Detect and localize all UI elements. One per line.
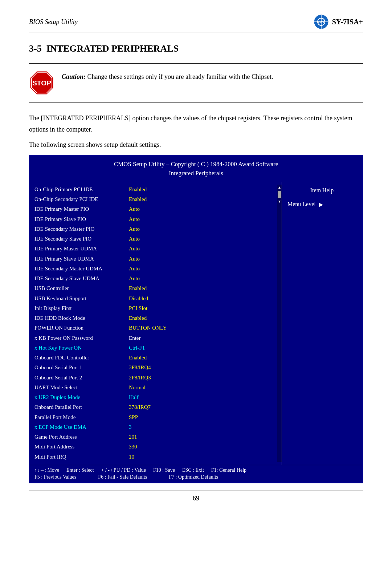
cmos-table-row[interactable]: POWER ON FunctionBUTTON ONLY — [30, 323, 277, 333]
caution-box: STOP Caution: Change these settings only… — [29, 63, 363, 102]
cmos-table-row[interactable]: IDE Secondary Master PIOAuto — [30, 224, 277, 234]
cmos-rows-wrapper: On-Chip Primary PCI IDEEnabledOn-Chip Se… — [30, 185, 282, 462]
cmos-table-row[interactable]: Game Port Address201 — [30, 432, 277, 442]
cmos-row-label: On-Chip Secondary PCI IDE — [34, 195, 129, 204]
cmos-table-row[interactable]: UART Mode SelectNormal — [30, 383, 277, 392]
cmos-header: CMOS Setup Utility – Copyright ( C ) 198… — [30, 156, 362, 182]
cmos-row-label: IDE Primary Master UDMA — [34, 245, 129, 253]
footer-item: F5 : Previous Values — [34, 474, 76, 480]
soyo-logo-icon: SOYO — [314, 15, 328, 29]
section-title: 3-5 INTEGRATED PERIPHERALS — [29, 43, 363, 54]
page-header: BIOS Setup Utility SOYO SY-7ISA+ — [29, 15, 363, 32]
cmos-table-row[interactable]: IDE Secondary Master UDMAAuto — [30, 264, 277, 274]
cmos-table-row[interactable]: Midi Port IRQ10 — [30, 452, 277, 462]
cmos-table-row[interactable]: IDE Primary Slave UDMAAuto — [30, 254, 277, 264]
cmos-table-row[interactable]: IDE Primary Master PIOAuto — [30, 204, 277, 214]
cmos-row-label: Midi Port IRQ — [34, 453, 129, 461]
cmos-footer: ↑↓→: MoveEnter : Select+ / - / PU / PD :… — [30, 465, 362, 482]
footer-row1: ↑↓→: MoveEnter : Select+ / - / PU / PD :… — [34, 467, 358, 473]
item-help-text: Item Help — [310, 187, 334, 193]
cmos-row-label: IDE Primary Master PIO — [34, 205, 129, 213]
cmos-sidebar: Item Help Menu Level ▶ — [282, 182, 362, 465]
body-paragraph-1: The [INTEGRATED PERIPHERALS] option chan… — [29, 113, 363, 135]
cmos-row-value: BUTTON ONLY — [129, 324, 167, 332]
cmos-row-label: Midi Port Address — [34, 443, 129, 451]
cmos-row-label: UART Mode Select — [34, 383, 129, 392]
cmos-row-label: USB Keyboard Support — [34, 294, 129, 303]
cmos-row-value: Enabled — [129, 354, 147, 362]
cmos-row-label: IDE Primary Slave UDMA — [34, 255, 129, 263]
cmos-row-value: 330 — [129, 443, 137, 451]
cmos-row-label: IDE Primary Slave PIO — [34, 215, 129, 223]
cmos-row-value: Auto — [129, 225, 140, 233]
cmos-row-value: Auto — [129, 255, 140, 263]
cmos-table-row[interactable]: IDE Primary Master UDMAAuto — [30, 244, 277, 254]
cmos-row-label: Game Port Address — [34, 433, 129, 441]
body-paragraph-2: The following screen shows setup default… — [29, 139, 363, 150]
cmos-row-value: Enabled — [129, 195, 147, 204]
cmos-table-row[interactable]: Onboard Parallel Port378/IRQ7 — [30, 402, 277, 412]
scroll-thumb[interactable] — [278, 191, 281, 198]
cmos-row-value: Auto — [129, 274, 140, 283]
cmos-row-label: Onboard Serial Port 1 — [34, 363, 129, 372]
cmos-row-label: x ECP Mode Use DMA — [34, 423, 129, 431]
scroll-down-icon[interactable]: ▼ — [278, 200, 281, 204]
cmos-row-value: Enabled — [129, 284, 147, 293]
cmos-row-label: POWER ON Function — [34, 324, 129, 332]
cmos-row-value: PCI Slot — [129, 304, 147, 313]
footer-item: ↑↓→: Move — [34, 467, 59, 473]
cmos-table-row[interactable]: IDE Secondary Slave PIOAuto — [30, 234, 277, 244]
cmos-body: On-Chip Primary PCI IDEEnabledOn-Chip Se… — [30, 182, 362, 465]
menu-level-label: Menu Level — [287, 201, 316, 208]
cmos-main-panel: On-Chip Primary PCI IDEEnabledOn-Chip Se… — [30, 182, 282, 465]
cmos-row-value: Auto — [129, 245, 140, 253]
cmos-table-row[interactable]: Onboard FDC ControllerEnabled — [30, 353, 277, 363]
bios-title: BIOS Setup Utility — [29, 18, 78, 26]
cmos-table-row[interactable]: USB ControllerEnabled — [30, 283, 277, 293]
cmos-row-value: SPP — [129, 413, 138, 422]
cmos-row-label: x KB Power ON Password — [34, 334, 129, 342]
cmos-table-row[interactable]: x ECP Mode Use DMA3 — [30, 422, 277, 432]
cmos-row-value: Auto — [129, 205, 140, 213]
stop-sign-icon: STOP — [29, 70, 54, 96]
cmos-table-row[interactable]: On-Chip Primary PCI IDEEnabled — [30, 185, 277, 194]
cmos-table-row[interactable]: Parallel Port ModeSPP — [30, 412, 277, 422]
cmos-table-row[interactable]: IDE Primary Slave PIOAuto — [30, 214, 277, 224]
cmos-row-label: IDE HDD Block Mode — [34, 314, 129, 322]
cmos-table-row[interactable]: Init Display FirstPCI Slot — [30, 303, 277, 313]
cmos-row-value: Auto — [129, 265, 140, 273]
cmos-table-row[interactable]: Midi Port Address330 — [30, 442, 277, 452]
cmos-table-row[interactable]: On-Chip Secondary PCI IDEEnabled — [30, 194, 277, 204]
cmos-row-label: On-Chip Primary PCI IDE — [34, 185, 129, 194]
menu-level-arrow-icon: ▶ — [319, 201, 323, 208]
cmos-table-row[interactable]: IDE HDD Block ModeEnabled — [30, 313, 277, 323]
scroll-up-icon[interactable]: ▲ — [278, 185, 281, 189]
footer-item: F10 : Save — [153, 467, 175, 473]
cmos-row-value: Auto — [129, 235, 140, 243]
caution-body: Change these settings only if you are al… — [87, 73, 273, 80]
cmos-table-row[interactable]: x UR2 Duplex ModeHalf — [30, 392, 277, 402]
cmos-row-value: Disabled — [129, 294, 148, 303]
page-number: 69 — [29, 491, 363, 502]
cmos-table-row[interactable]: USB Keyboard SupportDisabled — [30, 294, 277, 303]
cmos-table-row[interactable]: x Hot Key Power ONCtrl-F1 — [30, 343, 277, 353]
cmos-table-row[interactable]: Onboard Serial Port 13F8/IRQ4 — [30, 363, 277, 372]
caution-text: Caution: Change these settings only if y… — [62, 70, 273, 82]
cmos-row-label: Onboard Serial Port 2 — [34, 374, 129, 382]
cmos-row-value: Ctrl-F1 — [129, 344, 145, 352]
cmos-table-row[interactable]: x KB Power ON PasswordEnter — [30, 333, 277, 343]
cmos-table-row[interactable]: Onboard Serial Port 22F8/IRQ3 — [30, 373, 277, 383]
cmos-row-label: IDE Secondary Master PIO — [34, 225, 129, 233]
caution-label: Caution: — [62, 73, 86, 80]
cmos-row-value: Half — [129, 393, 139, 402]
footer-item: + / - / PU / PD : Value — [101, 467, 146, 473]
cmos-table-row[interactable]: IDE Secondary Slave UDMAAuto — [30, 274, 277, 283]
cmos-row-label: x UR2 Duplex Mode — [34, 393, 129, 402]
cmos-row-label: IDE Secondary Slave PIO — [34, 235, 129, 243]
scrollbar[interactable]: ▲ ▼ — [277, 185, 282, 462]
svg-text:SOYO: SOYO — [317, 21, 326, 24]
model-name: SY-7ISA+ — [332, 18, 363, 26]
footer-item: ESC : Exit — [182, 467, 204, 473]
cmos-row-value: 378/IRQ7 — [129, 403, 151, 411]
cmos-row-label: Parallel Port Mode — [34, 413, 129, 422]
